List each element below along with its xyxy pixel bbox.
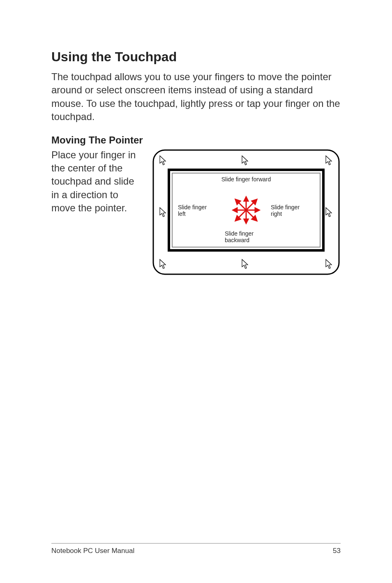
touchpad-diagram: Slide finger forward Slide finger left S… [152,148,341,278]
subsection-heading: Moving The Pointer [51,134,341,146]
pointer-cursor-icon [160,259,166,268]
pointer-cursor-icon [160,156,166,165]
label-right: Slide finger right [271,204,301,217]
intro-paragraph: The touchpad allows you to use your fing… [51,70,341,124]
label-backward: Slide finger backward [225,230,255,243]
pointer-cursor-icon [242,259,248,268]
eight-direction-arrow-icon [233,197,259,223]
pointer-cursor-icon [242,156,248,165]
footer-doc-title: Notebook PC User Manual [51,547,134,555]
pointer-cursor-icon [326,156,332,165]
pointer-cursor-icon [160,208,166,217]
label-forward: Slide finger forward [221,176,271,183]
pointer-cursor-icon [326,259,332,268]
footer-page-number: 53 [333,547,341,555]
pointer-cursor-icon [326,208,332,217]
instruction-text: Place your finger in the center of the t… [51,148,142,215]
page-footer: Notebook PC User Manual 53 [51,543,341,555]
section-heading: Using the Touchpad [51,49,341,65]
label-left-line1: Slide finger left [178,204,208,217]
